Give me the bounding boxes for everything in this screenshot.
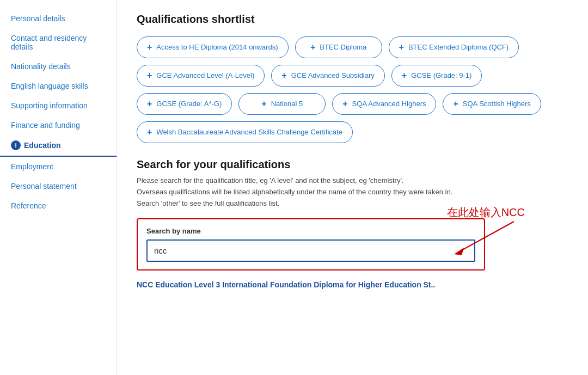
qual-pill-gcse-9-1[interactable]: + GCSE (Grade: 9-1) xyxy=(391,65,482,87)
sidebar-item-personal-details[interactable]: Personal details xyxy=(0,9,117,28)
annotation-text: 在此处输入NCC xyxy=(447,205,525,220)
search-by-name-label: Search by name xyxy=(146,227,475,235)
qual-pill-sqa-advanced[interactable]: + SQA Advanced Highers xyxy=(332,93,436,115)
shortlist-title: Qualifications shortlist xyxy=(137,13,568,26)
education-active-icon: i xyxy=(11,140,21,150)
sidebar-item-english-language[interactable]: English language skills xyxy=(0,76,117,96)
sidebar-item-reference[interactable]: Reference xyxy=(0,196,117,216)
qual-pill-gcse-a-g[interactable]: + GCSE (Grade: A*-G) xyxy=(137,93,232,115)
plus-icon-gce-subsidiary: + xyxy=(281,71,286,81)
sidebar-item-contact-residency[interactable]: Contact and residency details xyxy=(0,28,117,57)
plus-icon-welsh-bacc: + xyxy=(147,127,152,137)
search-title: Search for your qualifications xyxy=(137,158,568,171)
search-result-link[interactable]: NCC Education Level 3 International Foun… xyxy=(137,280,568,289)
search-input[interactable] xyxy=(146,239,475,262)
plus-icon-btec-diploma: + xyxy=(310,42,315,52)
plus-icon-national5: + xyxy=(261,99,266,109)
plus-icon-gcse-a-g: + xyxy=(147,99,152,109)
sidebar-item-supporting-info[interactable]: Supporting information xyxy=(0,96,117,115)
sidebar: Personal details Contact and residency d… xyxy=(0,0,117,375)
qualifications-grid: + Access to HE Diploma (2014 onwards) + … xyxy=(137,36,568,143)
plus-icon-sqa-scottish: + xyxy=(453,99,458,109)
qual-pill-btec-diploma[interactable]: + BTEC Diploma xyxy=(295,36,382,58)
sidebar-item-personal-statement[interactable]: Personal statement xyxy=(0,176,117,196)
qual-pill-gce-subsidiary[interactable]: + GCE Advanced Subsidiary xyxy=(271,65,385,87)
qual-pill-gce-advanced[interactable]: + GCE Advanced Level (A-Level) xyxy=(137,65,265,87)
search-desc-2: Overseas qualifications will be listed a… xyxy=(137,188,568,196)
sidebar-item-nationality[interactable]: Nationality details xyxy=(0,57,117,76)
plus-icon-gce-advanced: + xyxy=(147,71,152,81)
main-content: Qualifications shortlist + Access to HE … xyxy=(117,0,588,375)
plus-icon-btec-extended: + xyxy=(399,42,404,52)
qual-pill-welsh-bacc[interactable]: + Welsh Baccalaureate Advanced Skills Ch… xyxy=(137,121,353,143)
qual-pill-access-he[interactable]: + Access to HE Diploma (2014 onwards) xyxy=(137,36,289,58)
plus-icon-gcse-9-1: + xyxy=(402,71,407,81)
sidebar-item-employment[interactable]: Employment xyxy=(0,157,117,176)
search-desc-1: Please search for the qualification titl… xyxy=(137,176,568,185)
sidebar-item-finance-funding[interactable]: Finance and funding xyxy=(0,115,117,135)
sidebar-item-education[interactable]: i Education xyxy=(0,135,117,157)
qual-pill-sqa-scottish[interactable]: + SQA Scottish Highers xyxy=(443,93,541,115)
qual-pill-national5[interactable]: + National 5 xyxy=(238,93,326,115)
search-box-container: Search by name xyxy=(137,218,485,271)
plus-icon-sqa-advanced: + xyxy=(342,99,347,109)
plus-icon-access-he: + xyxy=(147,42,152,52)
qual-pill-btec-extended[interactable]: + BTEC Extended Diploma (QCF) xyxy=(389,36,519,58)
